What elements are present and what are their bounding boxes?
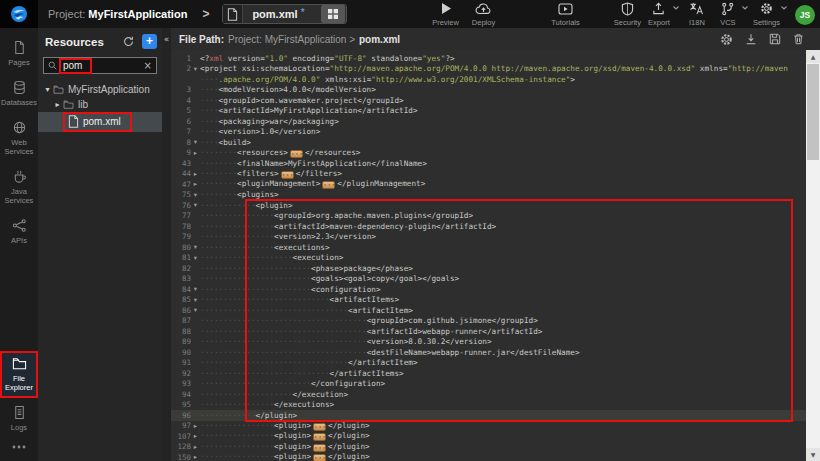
code-line-77[interactable]: 77················<groupId>org.apache.ma… [171, 211, 806, 222]
fold-closed-icon[interactable]: ▸ [191, 453, 200, 461]
code-line-87[interactable]: 87····································<g… [171, 316, 806, 327]
tree-item-myfirstapplication[interactable]: ▾MyFirstApplication [38, 82, 162, 97]
code-line-91[interactable]: 91································</arti… [171, 358, 806, 369]
scroll-up-icon[interactable]: ▲ [806, 50, 820, 63]
tutorials-button[interactable]: Tutorials [551, 2, 581, 27]
add-resource-button[interactable]: + [142, 34, 157, 49]
code-line-7[interactable]: 7····<version>1.0</version> [171, 127, 806, 138]
fold-open-icon[interactable]: ▾ [191, 254, 200, 262]
code-line-107[interactable]: 107▸················<plugin>···</plugin> [171, 431, 806, 442]
scrollbar-thumb[interactable] [807, 64, 819, 160]
clear-search-icon[interactable]: × [144, 60, 152, 71]
fold-widget-icon[interactable]: ··· [290, 150, 303, 158]
security-button[interactable]: Security [614, 2, 641, 27]
fold-widget-icon[interactable]: ··· [313, 454, 326, 461]
sidebar-item-pages[interactable]: Pages [0, 35, 38, 73]
fold-widget-icon[interactable]: ··· [281, 171, 294, 179]
code-line-84[interactable]: 84▾························<configuratio… [171, 284, 806, 295]
code-line-43[interactable]: 43········<finalName>MyFirstApplication<… [171, 158, 806, 169]
code-line-80[interactable]: 80▾················<executions> [171, 242, 806, 253]
sidebar-item-databases[interactable]: Databases [0, 75, 38, 113]
fold-closed-icon[interactable]: ▸ [191, 432, 200, 440]
user-avatar[interactable]: JS [795, 5, 815, 25]
sidebar-item-java-services[interactable]: Java Services [0, 164, 38, 211]
code-line-93[interactable]: 93························</configuratio… [171, 379, 806, 390]
fold-closed-icon[interactable]: ▸ [191, 170, 200, 178]
code-line-75[interactable]: 75▾········<plugins> [171, 190, 806, 201]
collapse-panel-icon[interactable]: « [162, 34, 171, 44]
code-line-9[interactable]: 9▸········<resources>···</resources> [171, 148, 806, 159]
code-line-90[interactable]: 90····································<d… [171, 347, 806, 358]
code-line-85[interactable]: 85▾····························<artifact… [171, 295, 806, 306]
tab-pom-xml[interactable]: pom.xml * [222, 4, 346, 24]
code-line-150[interactable]: 150▸················<plugin>···</plugin> [171, 452, 806, 461]
code-line-83[interactable]: 83························<goals><goal>c… [171, 274, 806, 285]
code-line-wrap[interactable]: ····.apache.org/POM/4.0.0" xmlns:xsi="ht… [171, 74, 806, 85]
editor-scrollbar[interactable]: ▲ ▼ [806, 50, 820, 461]
wavemaker-logo[interactable] [0, 0, 38, 28]
fold-open-icon[interactable]: ▾ [191, 243, 200, 251]
fold-open-icon[interactable]: ▾ [191, 296, 200, 304]
fold-widget-icon[interactable]: ··· [322, 181, 335, 189]
fold-open-icon[interactable]: ▾ [191, 65, 200, 73]
fold-closed-icon[interactable]: ▸ [191, 422, 200, 430]
code-line-79[interactable]: 79················<version>2.3</version> [171, 232, 806, 243]
code-editor[interactable]: 1<?xml version="1.0" encoding="UTF-8" st… [171, 50, 806, 461]
fold-open-icon[interactable]: ▾ [191, 306, 200, 314]
sidebar-item-logs[interactable]: Logs [0, 400, 38, 438]
code-line-1[interactable]: 1<?xml version="1.0" encoding="UTF-8" st… [171, 53, 806, 64]
sidebar-item-file-explorer[interactable]: File Explorer [0, 351, 38, 398]
settings-button[interactable]: Settings [753, 2, 780, 27]
code-line-47[interactable]: 47▸········<pluginManagement>···</plugin… [171, 179, 806, 190]
i18n-button[interactable]: I18N [684, 2, 710, 27]
fold-closed-icon[interactable]: ▸ [191, 149, 200, 157]
fold-widget-icon[interactable]: ··· [313, 423, 326, 431]
fold-widget-icon[interactable]: ··· [313, 433, 326, 441]
deploy-button[interactable]: Deploy [469, 2, 499, 27]
code-line-82[interactable]: 82························<phase>package… [171, 263, 806, 274]
fold-open-icon[interactable]: ▾ [191, 191, 200, 199]
code-line-88[interactable]: 88····································<a… [171, 326, 806, 337]
refresh-icon[interactable] [123, 36, 134, 47]
code-line-94[interactable]: 94····················</execution> [171, 389, 806, 400]
fold-open-icon[interactable]: ▾ [191, 138, 200, 146]
tree-item-pom-xml[interactable]: pom.xml [38, 112, 162, 132]
trash-icon[interactable] [793, 33, 804, 46]
code-line-96[interactable]: 96············</plugin> [171, 410, 806, 421]
code-line-95[interactable]: 95················</executions> [171, 400, 806, 411]
code-line-3[interactable]: 3····<modelVersion>4.0.0</modelVersion> [171, 85, 806, 96]
sidebar-item-[interactable] [0, 440, 38, 455]
caret-down-icon[interactable]: ▾ [42, 85, 53, 94]
preview-button[interactable]: Preview [431, 2, 461, 27]
code-line-76[interactable]: 76▾············<plugin> [171, 200, 806, 211]
resources-search-input[interactable]: pom × [43, 57, 157, 74]
tree-item-lib[interactable]: ▸lib [38, 97, 162, 112]
code-line-128[interactable]: 128▸················<plugin>···</plugin> [171, 442, 806, 453]
code-line-89[interactable]: 89····································<v… [171, 337, 806, 348]
sidebar-item-apis[interactable]: APIs [0, 213, 38, 251]
caret-right-icon[interactable]: ▸ [52, 100, 63, 109]
save-icon[interactable] [769, 33, 781, 46]
code-line-2[interactable]: 2▾<project xsi:schemaLocation="http://ma… [171, 64, 806, 75]
code-line-5[interactable]: 5····<artifactId>MyFirstApplication</art… [171, 106, 806, 117]
code-line-6[interactable]: 6····<packaging>war</packaging> [171, 116, 806, 127]
gear-icon[interactable] [720, 33, 733, 46]
code-line-78[interactable]: 78················<artifactId>maven-depe… [171, 221, 806, 232]
code-line-4[interactable]: 4····<groupId>com.wavemaker.project</gro… [171, 95, 806, 106]
fold-open-icon[interactable]: ▾ [191, 285, 200, 293]
code-line-92[interactable]: 92····························</artifact… [171, 368, 806, 379]
code-line-97[interactable]: 97▸················<plugin>···</plugin> [171, 421, 806, 432]
download-icon[interactable] [745, 33, 757, 46]
fold-closed-icon[interactable]: ▸ [191, 180, 200, 188]
tab-grid-icon[interactable] [321, 5, 345, 23]
code-line-81[interactable]: 81▾····················<execution> [171, 253, 806, 264]
fold-widget-icon[interactable]: ··· [313, 444, 326, 452]
code-line-44[interactable]: 44▸········<filters>···</filters> [171, 169, 806, 180]
code-line-86[interactable]: 86▾································<arti… [171, 305, 806, 316]
fold-open-icon[interactable]: ▾ [191, 201, 200, 209]
scroll-down-icon[interactable]: ▼ [806, 448, 820, 461]
code-line-8[interactable]: 8▾····<build> [171, 137, 806, 148]
fold-closed-icon[interactable]: ▸ [191, 443, 200, 451]
export-button[interactable]: Export [646, 2, 672, 27]
vcs-button[interactable]: VCS [715, 2, 741, 27]
